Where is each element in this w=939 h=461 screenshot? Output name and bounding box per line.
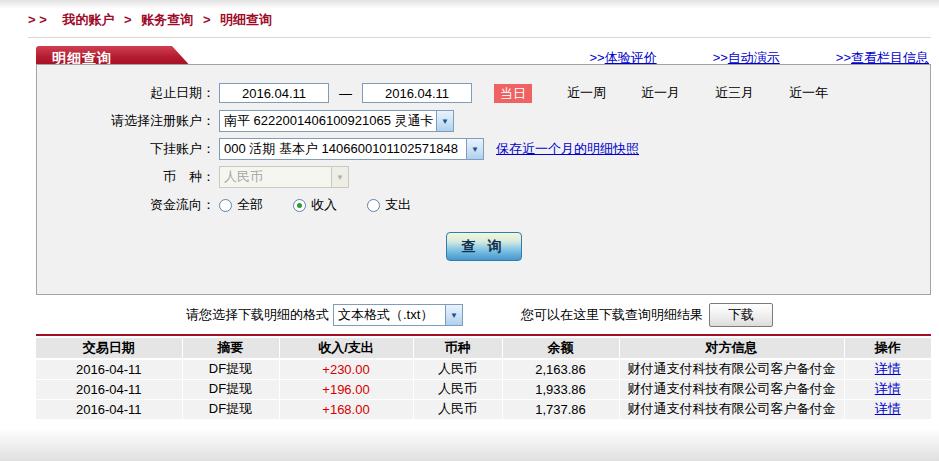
query-button[interactable]: 查 询 [446,232,522,261]
dropdown-arrow-icon: ▼ [445,305,462,325]
detail-query-page: > > 我的账户 > 账务查询 > 明细查询 明细查询 >>体验评价 >>自动演… [0,0,939,461]
download-button[interactable]: 下载 [709,303,773,327]
breadcrumb-item-detail-query[interactable]: 明细查询 [220,12,272,27]
breadcrumb-prefix: > > [28,12,47,27]
fund-flow-label: 资金流向： [37,196,219,214]
currency-label: 币 种： [37,168,219,186]
sub-account-label: 下挂账户： [37,140,219,158]
cell-date: 2016-04-11 [36,359,182,379]
col-header-counterparty: 对方信息 [619,338,844,359]
range-last-week-button[interactable]: 近一周 [567,84,606,102]
range-last-month-button[interactable]: 近一月 [641,84,680,102]
cell-summary: DF提现 [182,359,279,379]
date-to-input[interactable] [362,83,472,103]
detail-link[interactable]: 详情 [875,401,901,416]
cell-counterparty: 财付通支付科技有限公司客户备付金 [619,359,844,379]
date-from-input[interactable] [219,83,329,103]
dropdown-arrow-icon: ▼ [331,167,348,187]
cell-amount: +196.00 [279,379,413,399]
table-row: 2016-04-11 DF提现 +168.00 人民币 1,737.86 财付通… [36,399,931,419]
col-header-date: 交易日期 [36,338,182,359]
dropdown-arrow-icon: ▼ [436,111,453,131]
col-header-balance: 余额 [502,338,619,359]
currency-row: 币 种： 人民币 ▼ [37,166,930,188]
cell-balance: 2,163.86 [502,359,619,379]
range-last-year-button[interactable]: 近一年 [789,84,828,102]
download-format-label: 请您选择下载明细的格式 [186,306,329,324]
cell-summary: DF提现 [182,379,279,399]
download-hint: 您可以在这里下载查询明细结果 [521,306,703,324]
dropdown-arrow-icon: ▼ [466,139,483,159]
date-range-label: 起止日期： [37,84,219,102]
flow-radio-expense[interactable]: 支出 [367,196,411,214]
breadcrumb: > > 我的账户 > 账务查询 > 明细查询 [0,0,939,29]
download-row: 请您选择下载明细的格式 文本格式（.txt） ▼ 您可以在这里下载查询明细结果 … [36,303,931,327]
radio-icon [367,199,380,212]
col-header-action: 操作 [844,338,931,359]
sub-account-row: 下挂账户： 000 活期 基本户 1406600101102571848 ▼ 保… [37,138,930,160]
date-range-row: 起止日期： — 当日 近一周 近一月 近三月 近一年 [37,82,930,104]
flow-radio-income[interactable]: 收入 [293,196,337,214]
cell-amount: +168.00 [279,399,413,419]
col-header-summary: 摘要 [182,338,279,359]
col-header-currency: 币种 [413,338,502,359]
cell-summary: DF提现 [182,399,279,419]
cell-balance: 1,737.86 [502,399,619,419]
breadcrumb-separator: > [203,12,211,27]
detail-link[interactable]: 详情 [875,381,901,396]
table-row: 2016-04-11 DF提现 +196.00 人民币 1,933.86 财付通… [36,379,931,399]
cell-counterparty: 财付通支付科技有限公司客户备付金 [619,379,844,399]
registered-account-row: 请选择注册账户： 南平 6222001406100921065 灵通卡 ▼ [37,110,930,132]
cell-currency: 人民币 [413,399,502,419]
breadcrumb-item-my-account[interactable]: 我的账户 [62,12,114,27]
radio-icon [219,199,232,212]
breadcrumb-separator: > [124,12,132,27]
query-form: 起止日期： — 当日 近一周 近一月 近三月 近一年 请选择注册账户： 南平 6… [36,64,931,295]
transactions-table: 交易日期 摘要 收入/支出 币种 余额 对方信息 操作 2016-04-11 D… [36,338,931,420]
detail-link[interactable]: 详情 [875,361,901,376]
registered-account-label: 请选择注册账户： [37,112,219,130]
cell-currency: 人民币 [413,379,502,399]
save-snapshot-link[interactable]: 保存近一个月的明细快照 [496,140,639,158]
cell-date: 2016-04-11 [36,399,182,419]
cell-date: 2016-04-11 [36,379,182,399]
range-today-button[interactable]: 当日 [494,84,532,103]
flow-radio-all[interactable]: 全部 [219,196,263,214]
breadcrumb-divider [28,37,931,38]
table-header-row: 交易日期 摘要 收入/支出 币种 余额 对方信息 操作 [36,338,931,359]
cell-currency: 人民币 [413,359,502,379]
registered-account-select[interactable]: 南平 6222001406100921065 灵通卡 ▼ [219,110,454,132]
cell-balance: 1,933.86 [502,379,619,399]
col-header-amount: 收入/支出 [279,338,413,359]
table-row: 2016-04-11 DF提现 +230.00 人民币 2,163.86 财付通… [36,359,931,379]
fund-flow-row: 资金流向： 全部 收入 支出 [37,194,930,216]
breadcrumb-item-account-query[interactable]: 账务查询 [141,12,193,27]
range-last-quarter-button[interactable]: 近三月 [715,84,754,102]
radio-checked-icon [293,199,306,212]
cell-amount: +230.00 [279,359,413,379]
table-top-rule [36,334,931,336]
date-dash: — [339,86,352,101]
sub-account-select[interactable]: 000 活期 基本户 1406600101102571848 ▼ [219,138,484,160]
cell-counterparty: 财付通支付科技有限公司客户备付金 [619,399,844,419]
currency-select-disabled: 人民币 ▼ [219,166,349,188]
download-format-select[interactable]: 文本格式（.txt） ▼ [333,304,463,326]
